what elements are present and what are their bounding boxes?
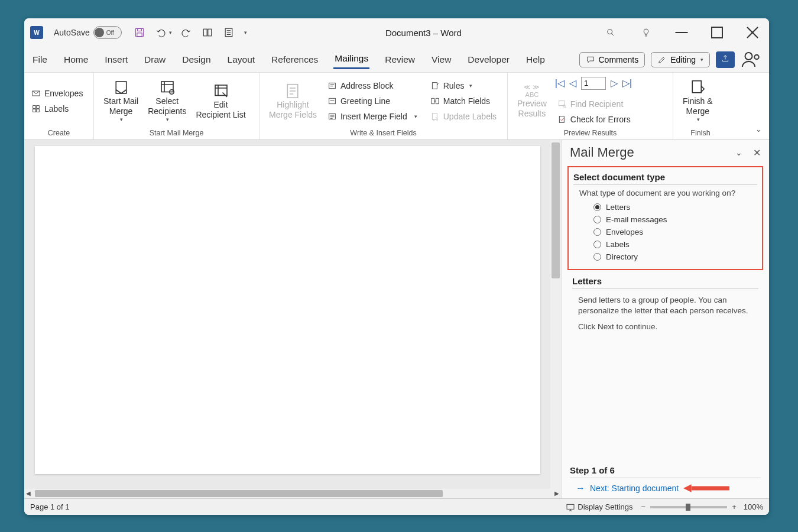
- select-recipients-button[interactable]: Select Recipients▾: [143, 79, 191, 122]
- tab-developer[interactable]: Developer: [466, 51, 511, 69]
- undo-dropdown-icon[interactable]: ▾: [169, 30, 172, 35]
- collapse-ribbon-icon[interactable]: ⌄: [755, 125, 762, 134]
- check-errors-button[interactable]: Check for Errors: [555, 113, 633, 125]
- envelopes-label: Envelopes: [44, 89, 83, 98]
- hmf-label: Highlight Merge Fields: [269, 100, 317, 120]
- display-settings-icon[interactable]: [566, 502, 575, 512]
- edit-recipient-list-button[interactable]: Edit Recipient List: [192, 82, 251, 120]
- svg-rect-11: [33, 105, 36, 108]
- tab-insert[interactable]: Insert: [103, 51, 129, 69]
- zoom-knob[interactable]: [686, 504, 690, 511]
- page-indicator[interactable]: Page 1 of 1: [30, 502, 70, 511]
- account-icon[interactable]: [741, 49, 762, 70]
- radio-email[interactable]: E-mail messages: [573, 213, 757, 226]
- greeting-line-button[interactable]: Greeting Line: [325, 95, 420, 107]
- last-record-icon[interactable]: ▷|: [622, 77, 632, 89]
- autosave-state: Off: [106, 30, 114, 36]
- group-finish-label: Finish: [673, 129, 728, 140]
- vertical-scrollbar[interactable]: ▼: [550, 140, 561, 498]
- search-button[interactable]: [600, 22, 621, 43]
- pane-collapse-icon[interactable]: ⌄: [735, 148, 742, 157]
- svg-rect-21: [329, 98, 336, 103]
- hscroll-thumb[interactable]: [35, 490, 443, 497]
- rules-button[interactable]: Rules▾: [428, 80, 499, 92]
- imf-label: Insert Merge Field: [340, 112, 407, 121]
- qat-icon-1[interactable]: [200, 25, 215, 40]
- qat-icon-2[interactable]: [222, 25, 236, 40]
- radio-envelopes[interactable]: Envelopes: [573, 226, 757, 238]
- radio-icon: [593, 203, 601, 211]
- svg-rect-29: [559, 116, 564, 122]
- finish-merge-button[interactable]: Finish & Merge▾: [678, 79, 718, 122]
- tab-home[interactable]: Home: [63, 51, 89, 69]
- labels-button[interactable]: Labels: [29, 103, 85, 115]
- document-page[interactable]: [35, 146, 540, 474]
- comments-button[interactable]: Comments: [579, 52, 645, 67]
- opt-labels: Labels: [606, 240, 630, 249]
- document-area[interactable]: ▼ ◀▶: [24, 140, 561, 498]
- tab-layout[interactable]: Layout: [226, 51, 257, 69]
- tab-help[interactable]: Help: [525, 51, 546, 69]
- quick-access-toolbar: ▾ ▾: [132, 25, 247, 40]
- redo-button[interactable]: [179, 25, 193, 40]
- radio-icon: [593, 216, 601, 223]
- start-mail-merge-button[interactable]: Start Mail Merge▾: [99, 79, 143, 122]
- svg-rect-18: [215, 85, 227, 96]
- tab-strip: File Home Insert Draw Design Layout Refe…: [24, 47, 769, 73]
- scroll-right-icon[interactable]: ▶: [554, 490, 559, 497]
- tab-mailings[interactable]: Mailings: [333, 50, 369, 69]
- svg-rect-15: [116, 82, 126, 93]
- share-button[interactable]: [716, 51, 735, 68]
- prev-record-icon[interactable]: ◁: [569, 77, 576, 89]
- address-block-button[interactable]: Address Block: [325, 80, 420, 92]
- scroll-left-icon[interactable]: ◀: [26, 490, 31, 497]
- record-number-input[interactable]: [581, 77, 606, 90]
- word-icon: W: [30, 26, 43, 39]
- tab-file[interactable]: File: [31, 51, 48, 69]
- mf-label: Match Fields: [443, 96, 490, 106]
- svg-rect-4: [208, 29, 212, 36]
- next-record-icon[interactable]: ▷: [611, 77, 618, 89]
- radio-letters[interactable]: Letters: [573, 201, 757, 213]
- pane-close-icon[interactable]: ✕: [753, 147, 761, 158]
- vscroll-thumb[interactable]: [552, 142, 560, 278]
- opt-directory: Directory: [606, 252, 638, 261]
- tab-design[interactable]: Design: [181, 51, 212, 69]
- tab-review[interactable]: Review: [384, 51, 416, 69]
- tab-references[interactable]: References: [270, 51, 319, 69]
- ribbon: Envelopes Labels Create Start Mail Merge…: [24, 73, 769, 140]
- radio-directory[interactable]: Directory: [573, 251, 757, 263]
- ce-label: Check for Errors: [570, 115, 631, 124]
- mail-merge-pane: Mail Merge ⌄ ✕ Select document type What…: [561, 140, 769, 498]
- next-step-link[interactable]: → Next: Starting document: [570, 483, 761, 494]
- insert-merge-field-button[interactable]: Insert Merge Field ▾: [325, 111, 420, 122]
- sec1-question: What type of document are you working on…: [573, 189, 757, 197]
- step-label: Step 1 of 6: [570, 465, 761, 478]
- letters-section: Letters Send letters to a group of peopl…: [567, 276, 763, 335]
- help-lightbulb-icon[interactable]: [635, 22, 657, 43]
- match-fields-button[interactable]: Match Fields: [428, 95, 499, 107]
- save-button[interactable]: [132, 25, 147, 40]
- titlebar: W AutoSave Off ▾ ▾ Document3 – Word: [24, 18, 769, 47]
- zoom-slider[interactable]: [650, 506, 727, 508]
- tab-draw[interactable]: Draw: [143, 51, 167, 69]
- display-settings-label[interactable]: Display Settings: [578, 502, 632, 511]
- svg-point-8: [745, 53, 752, 60]
- undo-button[interactable]: [154, 25, 168, 40]
- zoom-out-button[interactable]: −: [641, 502, 646, 511]
- document-title: Document3 – Word: [247, 28, 600, 38]
- close-button[interactable]: [742, 22, 763, 43]
- arrow-right-icon: →: [576, 483, 585, 494]
- autosave-toggle[interactable]: Off: [93, 26, 122, 39]
- editing-mode-button[interactable]: Editing▾: [651, 52, 710, 67]
- tab-view[interactable]: View: [430, 51, 452, 69]
- first-record-icon[interactable]: |◁: [555, 77, 565, 89]
- minimize-button[interactable]: [671, 22, 692, 43]
- maximize-button[interactable]: [706, 22, 728, 43]
- zoom-level[interactable]: 100%: [744, 502, 763, 511]
- envelopes-button[interactable]: Envelopes: [29, 87, 85, 99]
- horizontal-scrollbar[interactable]: ◀▶: [24, 489, 561, 498]
- edit-rec-label: Edit Recipient List: [196, 100, 246, 120]
- zoom-in-button[interactable]: +: [732, 502, 737, 511]
- radio-labels[interactable]: Labels: [573, 238, 757, 251]
